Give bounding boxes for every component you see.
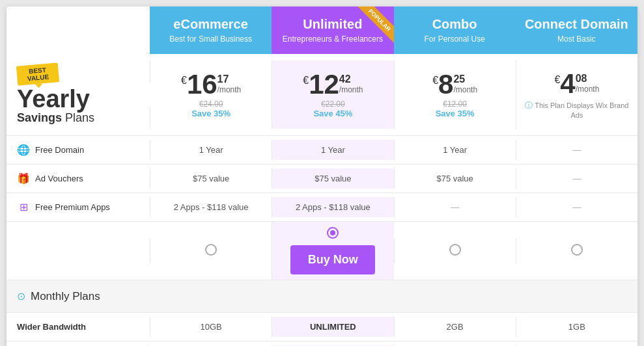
free-domain-combo: 1 Year <box>394 140 516 160</box>
info-icon: ⓘ <box>525 101 533 110</box>
save-text-unlimited: Save 45% <box>276 109 389 118</box>
radio-ecommerce[interactable] <box>205 244 217 256</box>
price-cell-connect: € 4 08 /month ⓘ This Plan Displays Wix B… <box>516 60 637 129</box>
price-cell-combo: € 8 25 /month €12.00 Save 35% <box>394 60 516 129</box>
original-price-combo: €12.00 <box>399 100 512 109</box>
gift-icon: 🎁 <box>17 172 30 185</box>
ad-vouchers-row: 🎁 Ad Vouchers $75 value $75 value $75 va… <box>7 165 637 193</box>
price-cell-ecommerce: € 16 17 /month €24.00 Save 35% <box>150 60 272 129</box>
bandwidth-connect: 1GB <box>516 317 637 337</box>
savings-text: Savings Plans <box>17 111 142 125</box>
free-domain-ecommerce: 1 Year <box>150 140 272 160</box>
original-price-unlimited: €22.00 <box>276 100 389 109</box>
storage-row: Bigger Storage 20GB 10GB 3GB 500MB <box>7 341 637 346</box>
ad-vouchers-label: Ad Vouchers <box>35 174 83 183</box>
radio-cell-ecommerce[interactable] <box>150 239 272 263</box>
header-left <box>7 7 150 54</box>
save-text-combo: Save 35% <box>399 109 512 118</box>
monthly-plans-label-cell: ⊙ Monthly Plans <box>7 284 150 310</box>
monthly-plans-row: ⊙ Monthly Plans <box>7 280 637 313</box>
connect-subtitle: Most Basic <box>522 34 631 44</box>
bandwidth-label: Wider Bandwidth <box>7 315 150 338</box>
combo-title: Combo <box>400 17 509 32</box>
radio-cell-combo[interactable] <box>394 239 516 263</box>
free-domain-label-cell: 🌐 Free Domain <box>7 137 150 163</box>
col-header-connect: Connect Domain Most Basic <box>516 7 637 54</box>
col-header-combo: Combo For Personal Use <box>394 7 516 54</box>
free-apps-combo: — <box>394 197 516 217</box>
radio-unlimited[interactable] <box>327 227 339 239</box>
free-domain-row: 🌐 Free Domain 1 Year 1 Year 1 Year — <box>7 136 637 165</box>
apps-icon: ⊞ <box>17 201 30 214</box>
radio-connect[interactable] <box>571 244 583 256</box>
free-domain-connect: — <box>516 140 637 160</box>
header-row: eCommerce Best for Small Business POPULA… <box>7 7 637 54</box>
select-plan-row: Buy Now <box>7 222 637 280</box>
monthly-plans-label: Monthly Plans <box>31 290 100 303</box>
free-apps-ecommerce: 2 Apps - $118 value <box>150 197 272 217</box>
pricing-row: BEST VALUE Yearly Savings Plans € 16 17 … <box>7 54 637 136</box>
connect-title: Connect Domain <box>522 17 631 32</box>
globe-icon: 🌐 <box>17 144 30 157</box>
wix-brand-notice: ⓘ This Plan Displays Wix Brand Ads <box>520 100 634 119</box>
save-text-ecommerce: Save 35% <box>154 109 268 118</box>
free-apps-unlimited: 2 Apps - $118 value <box>272 197 393 217</box>
free-domain-unlimited: 1 Year <box>272 140 393 160</box>
bandwidth-combo: 2GB <box>394 317 516 337</box>
yearly-text: Yearly <box>17 86 142 111</box>
free-apps-label-cell: ⊞ Free Premium Apps <box>7 194 150 220</box>
ad-vouchers-combo: $75 value <box>394 168 516 189</box>
bandwidth-ecommerce: 10GB <box>150 317 272 337</box>
bandwidth-unlimited: UNLIMITED <box>272 317 393 337</box>
yearly-label-cell: BEST VALUE Yearly Savings Plans <box>7 54 150 135</box>
ad-vouchers-unlimited: $75 value <box>272 168 393 189</box>
ecommerce-subtitle: Best for Small Business <box>156 34 265 44</box>
col-header-ecommerce: eCommerce Best for Small Business <box>150 7 272 54</box>
radio-cell-unlimited[interactable]: Buy Now <box>272 222 393 280</box>
original-price-ecommerce: €24.00 <box>154 100 268 109</box>
free-apps-connect: — <box>516 197 637 217</box>
popular-ribbon: POPULAR <box>355 7 394 46</box>
pricing-table: eCommerce Best for Small Business POPULA… <box>7 7 637 346</box>
best-value-badge: BEST VALUE <box>16 62 59 85</box>
ad-vouchers-ecommerce: $75 value <box>150 168 272 189</box>
col-header-unlimited: POPULAR Unlimited Entrepreneurs & Freela… <box>272 7 393 54</box>
radio-combo[interactable] <box>449 244 461 256</box>
combo-subtitle: For Personal Use <box>400 34 509 44</box>
bandwidth-row: Wider Bandwidth 10GB UNLIMITED 2GB 1GB <box>7 313 637 341</box>
popular-badge-text: POPULAR <box>357 7 394 43</box>
price-cell-unlimited: € 12 42 /month €22.00 Save 45% <box>272 60 393 129</box>
radio-cell-connect[interactable] <box>516 239 637 263</box>
free-apps-label: Free Premium Apps <box>35 202 110 212</box>
free-apps-row: ⊞ Free Premium Apps 2 Apps - $118 value … <box>7 193 637 222</box>
ad-vouchers-connect: — <box>516 168 637 189</box>
free-domain-label: Free Domain <box>35 145 84 155</box>
ecommerce-title: eCommerce <box>156 17 265 32</box>
buy-now-button[interactable]: Buy Now <box>290 245 375 274</box>
arrow-right <box>150 82 159 108</box>
monthly-icon: ⊙ <box>17 290 25 302</box>
ad-vouchers-label-cell: 🎁 Ad Vouchers <box>7 166 150 192</box>
